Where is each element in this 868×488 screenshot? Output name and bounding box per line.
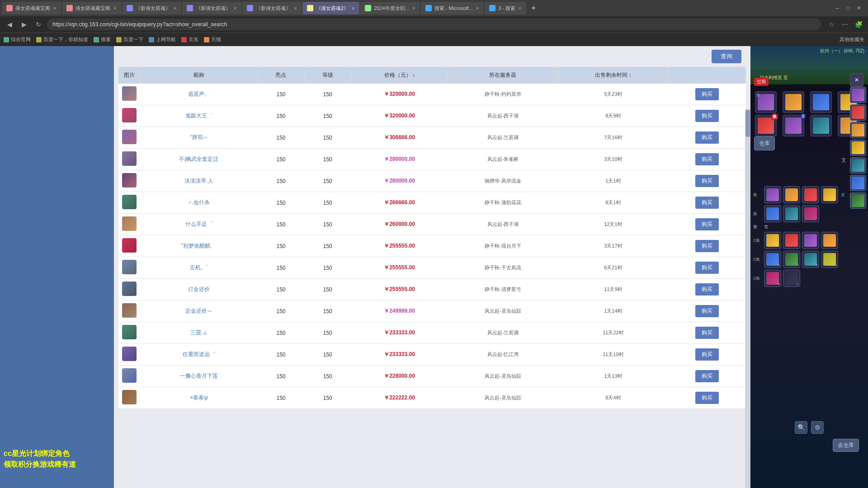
buy-button[interactable]: 购买	[695, 305, 719, 317]
skill-slot-17[interactable]: 1	[783, 270, 800, 287]
scrollbar-thumb[interactable]	[745, 110, 750, 137]
skill-slot-11[interactable]	[821, 232, 838, 249]
character-link[interactable]: 不|枫武全套定迁	[179, 156, 218, 162]
character-name[interactable]: 逍遥声。	[140, 84, 258, 105]
character-link[interactable]: 定金还价～	[185, 308, 212, 314]
character-link[interactable]: 逍遥声。	[188, 91, 210, 97]
bookmark-2[interactable]: 百度一下，你就知道	[36, 36, 88, 43]
character-link[interactable]: 左机、`	[190, 264, 208, 271]
new-tab-button[interactable]: +	[527, 2, 540, 14]
buy-button[interactable]: 购买	[695, 348, 719, 361]
game-settings-icon[interactable]: ⚙	[811, 421, 824, 434]
character-link[interactable]: ×泰泰ψ	[190, 394, 208, 401]
skill-slot-15[interactable]: 9	[821, 251, 838, 268]
character-link[interactable]: 什么手足゜	[185, 221, 212, 227]
game-close-button[interactable]: ×	[850, 73, 863, 87]
character-name[interactable]: 任重而道远゛	[140, 344, 258, 366]
bookmark-3[interactable]: 搜索	[94, 36, 111, 43]
back-button[interactable]: ◀	[4, 19, 15, 30]
close-window-button[interactable]: ✕	[855, 5, 863, 12]
tab-2[interactable]: 倩女搭魂藏宝阁 ✕	[62, 2, 121, 14]
forward-button[interactable]: ▶	[18, 19, 30, 30]
character-name[interactable]: 订金还价	[140, 279, 258, 300]
bookmark-1[interactable]: 综合官网	[4, 36, 31, 43]
character-name[interactable]: ''别梦依醋醋.ゞ	[140, 235, 258, 257]
bookmark-5[interactable]: 上网导航	[149, 36, 176, 43]
buy-button[interactable]: 购买	[695, 153, 719, 165]
character-link[interactable]: 鬼眼大王゜	[185, 113, 212, 119]
buy-button[interactable]: 购买	[695, 283, 719, 296]
character-name[interactable]: 淡淡淡琴.人	[140, 170, 258, 192]
character-name[interactable]: 不|枫武全套定迁	[140, 149, 258, 170]
skill-btn-1[interactable]	[850, 87, 866, 103]
minimize-button[interactable]: ─	[834, 5, 841, 12]
skill-btn-3[interactable]	[850, 122, 866, 138]
tab-6-active[interactable]: 《倩女搭魂2》 ✕	[302, 2, 359, 14]
buy-button[interactable]: 购买	[695, 327, 719, 339]
skill-slot-7[interactable]	[802, 205, 819, 222]
character-link[interactable]: 任重而道远゛	[183, 351, 215, 357]
tab-5[interactable]: 《新倩女搭魂》 ✕	[242, 2, 302, 14]
refresh-button[interactable]: ↻	[33, 19, 44, 30]
tab-7[interactable]: 2024年度全职... ✕	[360, 2, 420, 14]
character-link[interactable]: 淡淡淡琴.人	[184, 178, 213, 184]
character-name[interactable]: ♂.妆什杀	[140, 192, 258, 214]
tab-3[interactable]: 《新倩女搭魂》 ✕	[122, 2, 181, 14]
skill-slot-13[interactable]: 7	[783, 251, 800, 268]
buy-button[interactable]: 购买	[695, 262, 719, 274]
url-bar[interactable]: https://xqn.cbg.163.com/cgi-bin/equipque…	[47, 19, 821, 30]
skill-btn-5[interactable]	[850, 157, 866, 174]
skill-btn-4[interactable]	[850, 140, 866, 156]
bookmark-more[interactable]: 其他收藏夹	[840, 36, 864, 43]
tab-9[interactable]: 3 - 搜索 ✕	[485, 2, 526, 14]
character-link[interactable]: 订金还价	[188, 286, 210, 292]
skill-slot-16[interactable]: 0	[764, 270, 781, 287]
tab-4[interactable]: 《新倩女搭魂》 ✕	[182, 2, 241, 14]
skill-slot-4[interactable]	[821, 186, 838, 203]
table-scrollbar[interactable]	[745, 109, 750, 488]
bookmark-7[interactable]: 天猫	[204, 36, 221, 43]
bookmark-6[interactable]: 京东	[181, 36, 198, 43]
settings-button[interactable]: ⋯	[839, 19, 851, 30]
character-name[interactable]: 一瓣心香月下莲	[140, 366, 258, 387]
item-slot-3[interactable]	[810, 91, 832, 113]
skill-slot-2[interactable]	[783, 186, 800, 203]
skill-slot-14[interactable]: 8	[802, 251, 819, 268]
go-warehouse-button[interactable]: 去仓库	[833, 439, 859, 452]
skill-slot-1[interactable]	[764, 186, 781, 203]
character-link[interactable]: ''别梦依醋醋.ゞ	[181, 243, 217, 249]
skill-slot-3[interactable]	[802, 186, 819, 203]
query-button[interactable]: 查询	[712, 50, 741, 63]
item-slot-5[interactable]: 换	[755, 115, 777, 136]
item-slot-1[interactable]: 换	[755, 91, 777, 113]
skill-slot-12[interactable]: 6	[764, 251, 781, 268]
warehouse-button[interactable]: 仓库	[754, 136, 775, 150]
skill-btn-2[interactable]	[850, 104, 866, 121]
character-name[interactable]: 定金还价～	[140, 300, 258, 322]
maximize-button[interactable]: □	[844, 5, 852, 12]
bookmark-4[interactable]: 百度一下	[116, 36, 143, 43]
character-link[interactable]: 三霞.∠	[190, 329, 207, 336]
buy-button[interactable]: 购买	[695, 392, 719, 404]
buy-button[interactable]: 购买	[695, 110, 719, 122]
buy-button[interactable]: 购买	[695, 218, 719, 230]
bookmark-button[interactable]: ☆	[826, 19, 837, 30]
skill-slot-6[interactable]	[783, 205, 800, 222]
tab-8[interactable]: 搜索 - Microsoft... ✕	[421, 2, 484, 14]
tab-1[interactable]: 倩女搭魂藏宝阁 ✕	[2, 2, 61, 14]
character-name[interactable]: 什么手足゜	[140, 214, 258, 235]
character-name[interactable]: 鬼眼大王゜	[140, 105, 258, 127]
character-link[interactable]: ''胖苟∽	[190, 134, 208, 141]
buy-button[interactable]: 购买	[695, 240, 719, 252]
character-name[interactable]: 左机、`	[140, 257, 258, 279]
skill-slot-10[interactable]	[802, 232, 819, 249]
character-name[interactable]: ''胖苟∽	[140, 127, 258, 149]
buy-button[interactable]: 购买	[695, 197, 719, 209]
character-link[interactable]: 一瓣心香月下莲	[180, 373, 218, 379]
buy-button[interactable]: 购买	[695, 370, 719, 382]
buy-button[interactable]: 购买	[695, 88, 719, 100]
item-slot-2[interactable]	[783, 91, 804, 113]
skill-slot-8[interactable]: 5	[764, 232, 781, 249]
character-link[interactable]: ♂.妆什杀	[188, 199, 210, 206]
skill-slot-9[interactable]	[783, 232, 800, 249]
